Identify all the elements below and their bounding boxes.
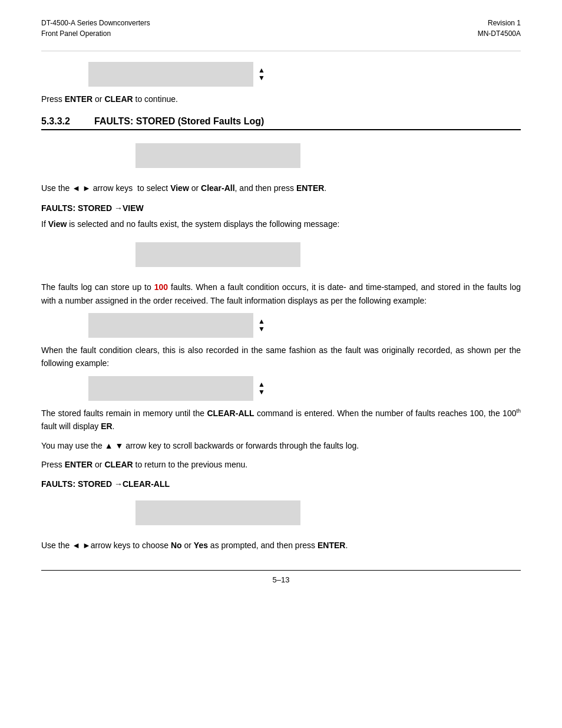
lcd-screen-top: [88, 62, 253, 87]
header-docnum: MN-DT4500A: [478, 28, 521, 39]
view-body: If View is selected and no faults exist,…: [41, 218, 521, 230]
clear-all-lcd-screen: [135, 500, 300, 525]
header-section: Front Panel Operation: [41, 28, 150, 39]
clear-all-lcd-container: [88, 495, 521, 533]
page-header: DT-4500-A Series Downconverters Front Pa…: [41, 18, 521, 39]
sub-heading-clear-all: FAULTS: STORED →CLEAR-ALL: [41, 479, 521, 489]
sub-heading-view: FAULTS: STORED →VIEW: [41, 203, 521, 213]
fault-example-lcd-screen: [88, 313, 253, 338]
arrow-keys-cleared: [258, 381, 265, 396]
arrow-keys-top: [258, 67, 265, 82]
page-number: 5–13: [41, 575, 521, 584]
arrow-keys-fault: [258, 318, 265, 333]
header-left: DT-4500-A Series Downconverters Front Pa…: [41, 18, 150, 39]
fault-example-lcd-container: [88, 313, 521, 338]
cleared-example-lcd-container: [88, 376, 521, 401]
down-arrow-fault-icon: [258, 325, 265, 333]
intro-lcd-container: [88, 137, 521, 176]
no-faults-lcd-screen: [135, 242, 300, 267]
no-faults-lcd-container: [88, 236, 521, 275]
up-arrow-fault-icon: [258, 318, 265, 325]
intro-lcd-screen: [135, 143, 300, 168]
top-divider: [41, 51, 521, 51]
press-enter-top: Press ENTER or CLEAR to continue.: [41, 93, 521, 106]
intro-paragraph: Use the ◄ ► arrow keys to select View or…: [41, 182, 521, 195]
stored-remain-paragraph: The stored faults remain in memory until…: [41, 407, 521, 433]
press-enter-return: Press ENTER or CLEAR to return to the pr…: [41, 458, 521, 471]
page: DT-4500-A Series Downconverters Front Pa…: [0, 0, 562, 728]
footer-divider: [41, 570, 521, 571]
faults-info-paragraph: The faults log can store up to 100 fault…: [41, 281, 521, 307]
down-arrow-icon: [258, 74, 265, 82]
header-revision: Revision 1: [478, 18, 521, 28]
section-heading: 5.3.3.2 FAULTS: STORED (Stored Faults Lo…: [41, 116, 521, 130]
up-arrow-cleared-icon: [258, 381, 265, 388]
section-title: FAULTS: STORED (Stored Faults Log): [94, 116, 264, 127]
clear-all-body: Use the ◄ ►arrow keys to choose No or Ye…: [41, 539, 521, 552]
scroll-paragraph: You may use the ▲ ▼ arrow key to scroll …: [41, 439, 521, 452]
top-lcd-display: [88, 62, 521, 87]
header-product: DT-4500-A Series Downconverters: [41, 18, 150, 28]
down-arrow-cleared-icon: [258, 388, 265, 396]
section-number: 5.3.3.2: [41, 116, 94, 127]
cleared-example-lcd-screen: [88, 376, 253, 401]
header-right: Revision 1 MN-DT4500A: [478, 18, 521, 39]
clear-body: When the fault condition clears, this is…: [41, 344, 521, 370]
